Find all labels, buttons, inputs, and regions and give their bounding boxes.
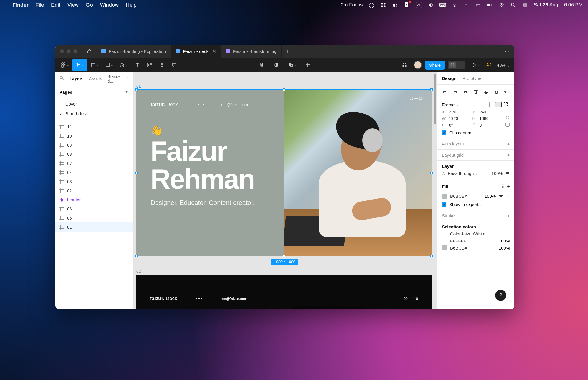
- selection-color-row[interactable]: Color-faizur/White: [442, 231, 510, 236]
- y-input[interactable]: -540: [480, 110, 501, 114]
- corner-input[interactable]: 0: [480, 123, 501, 128]
- layer-item-02[interactable]: 02: [55, 186, 133, 195]
- dev-tool[interactable]: [302, 59, 314, 71]
- selection-color-row[interactable]: FFFFFF100%: [442, 238, 510, 243]
- wifi-icon[interactable]: [499, 2, 505, 8]
- dev-mode-toggle[interactable]: [448, 61, 465, 69]
- fill-styles-icon[interactable]: ⠿: [502, 184, 505, 189]
- align-vcenter-icon[interactable]: [483, 89, 489, 95]
- share-button[interactable]: Share: [425, 61, 445, 70]
- layer-item-08[interactable]: 08: [55, 150, 133, 159]
- rotation-input[interactable]: 0°: [449, 123, 470, 128]
- text-tool[interactable]: [131, 59, 143, 71]
- menu-view[interactable]: View: [67, 2, 79, 8]
- remove-fill-button[interactable]: −: [506, 193, 510, 200]
- frame-tool[interactable]: ⌄: [87, 59, 102, 71]
- resources-tool[interactable]: [143, 59, 156, 71]
- menu-file[interactable]: File: [36, 2, 44, 8]
- add-fill-button[interactable]: +: [507, 184, 510, 190]
- align-bottom-icon[interactable]: [494, 89, 500, 95]
- creative-cloud-icon[interactable]: ◐: [392, 2, 398, 8]
- blend-mode-select[interactable]: Pass through ⌄: [448, 171, 489, 176]
- design-tab[interactable]: Design: [442, 76, 457, 81]
- vertical-scrollbar[interactable]: [434, 74, 436, 124]
- assets-tab[interactable]: Assets: [89, 76, 102, 81]
- orientation-landscape-icon[interactable]: [495, 102, 502, 107]
- menubar-app-name[interactable]: Finder: [12, 2, 29, 8]
- layer-item-09[interactable]: 09: [55, 140, 133, 150]
- canvas-frame-01[interactable]: faizur. Deck 〰〰 me@faizur.com 👋 Faizur R…: [136, 89, 432, 256]
- visibility-icon[interactable]: [505, 170, 510, 176]
- tab-branding-exploration[interactable]: Faizur Branding - Exploration: [97, 45, 171, 58]
- tab-faizur-deck[interactable]: Faizur - deck✕: [171, 45, 221, 58]
- layer-item-07[interactable]: 07: [55, 159, 133, 168]
- layer-item-03[interactable]: 03: [55, 177, 133, 186]
- layer-item-11[interactable]: 11: [55, 122, 133, 131]
- resize-fit-icon[interactable]: [503, 102, 510, 107]
- x-input[interactable]: -960: [449, 110, 470, 114]
- color-swatch[interactable]: [442, 238, 447, 243]
- color-swatch[interactable]: [442, 231, 447, 236]
- missing-fonts-badge[interactable]: A?: [486, 63, 492, 67]
- fill-hex-input[interactable]: B6BCBA: [450, 194, 482, 199]
- layer-item-header[interactable]: header: [55, 195, 133, 204]
- prototype-tab[interactable]: Prototype: [462, 76, 481, 81]
- layer-item-04[interactable]: 04: [55, 168, 133, 177]
- keyboard-icon[interactable]: ⌨: [440, 2, 446, 8]
- align-left-icon[interactable]: [442, 89, 448, 95]
- show-in-exports-checkbox[interactable]: [442, 202, 446, 207]
- distribute-icon[interactable]: ⌄: [504, 89, 510, 95]
- user-avatar[interactable]: [414, 61, 422, 69]
- color-swatch[interactable]: [442, 245, 447, 250]
- layer-item-01[interactable]: 01: [55, 222, 133, 232]
- move-tool[interactable]: ⌄: [72, 59, 87, 71]
- zoom-level[interactable]: 48% ⌄: [497, 63, 510, 68]
- figma-menu-button[interactable]: ⌄: [58, 59, 72, 71]
- constrain-icon[interactable]: [505, 115, 510, 121]
- frame-section-title[interactable]: Frame: [442, 102, 455, 107]
- w-input[interactable]: 1920: [449, 116, 470, 121]
- opacity-input[interactable]: 100%: [492, 171, 503, 176]
- help-button[interactable]: ?: [495, 290, 506, 301]
- add-stroke-button[interactable]: +: [507, 213, 510, 218]
- pen-tool[interactable]: ⌄: [116, 59, 131, 71]
- battery-icon[interactable]: [487, 2, 493, 8]
- layers-tab[interactable]: Layers: [69, 76, 83, 81]
- page-dropdown[interactable]: Brand-d... ⌃: [107, 74, 128, 83]
- horizontal-scrollbar[interactable]: [292, 306, 362, 309]
- figma-home-tab[interactable]: [82, 45, 97, 58]
- search-icon[interactable]: [59, 76, 64, 81]
- menu-edit[interactable]: Edit: [51, 2, 60, 8]
- notification-icon[interactable]: 🎛: [404, 2, 410, 8]
- shape-tool[interactable]: ⌄: [102, 59, 116, 71]
- frame-label-02[interactable]: 02: [136, 269, 141, 274]
- canvas-frame-02[interactable]: faizur. Deck 〰〰 me@faizur.com 02 — 10: [136, 275, 432, 309]
- tab-brainstorming[interactable]: Faizur - Brainstorming: [221, 45, 282, 58]
- fill-opacity-input[interactable]: 100%: [485, 194, 496, 199]
- layer-item-05[interactable]: 05: [55, 213, 133, 222]
- comment-tool[interactable]: [168, 59, 181, 71]
- page-brand-desk[interactable]: ✓Brand-desk: [55, 109, 133, 118]
- selection-color-row[interactable]: B6BCBA100%: [442, 245, 510, 250]
- add-page-button[interactable]: +: [125, 89, 128, 96]
- orientation-portrait-icon[interactable]: [489, 102, 493, 107]
- search-icon[interactable]: [510, 2, 516, 8]
- stroke-title[interactable]: Stroke: [442, 213, 455, 218]
- h-input[interactable]: 1080: [480, 116, 501, 121]
- window-traffic-lights[interactable]: [55, 45, 82, 58]
- frame-label-01[interactable]: 01: [136, 84, 141, 88]
- new-tab-button[interactable]: +: [282, 45, 293, 58]
- boolean-tool[interactable]: ⌄: [285, 59, 300, 71]
- menu-go[interactable]: Go: [86, 2, 93, 8]
- audio-icon[interactable]: [398, 59, 411, 71]
- add-layoutgrid-button[interactable]: +: [507, 153, 510, 158]
- layer-item-10[interactable]: 10: [55, 131, 133, 140]
- fill-swatch[interactable]: [442, 194, 447, 199]
- align-hcenter-icon[interactable]: [452, 89, 458, 95]
- focus-icon[interactable]: ◯: [369, 2, 375, 8]
- calendar-icon[interactable]: 26: [416, 2, 422, 8]
- autolayout-title[interactable]: Auto layout: [442, 141, 464, 146]
- blend-icon[interactable]: ◇: [442, 171, 445, 176]
- play-circle-icon[interactable]: ⊙: [452, 2, 457, 8]
- control-center-icon[interactable]: [522, 2, 528, 8]
